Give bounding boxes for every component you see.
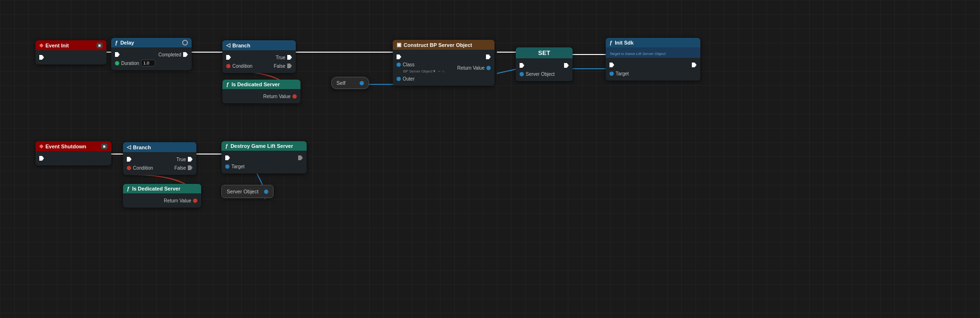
event-shutdown-node[interactable]: ◆ Event Shutdown ■ — [35, 141, 111, 165]
construct-bp-icon: ▣ — [397, 42, 401, 48]
event-init-exec-out — [39, 55, 44, 60]
set-title: SET — [538, 49, 550, 56]
event-shutdown-exec-out — [39, 156, 44, 161]
delay-header: ƒ Delay — [111, 38, 192, 47]
init-sdk-title: Init Sdk — [615, 40, 634, 45]
event-shutdown-body — [35, 151, 111, 165]
event-shutdown-title: Event Shutdown — [45, 144, 86, 149]
destroy-title: Destroy Game Lift Server — [230, 143, 293, 149]
delay-completed-label: Completed — [159, 52, 181, 57]
init-sdk-node[interactable]: ƒ Init Sdk Target is Game Lift Server Ob… — [606, 38, 700, 81]
construct-bp-exec-out — [486, 55, 491, 59]
destroy-body: Target — [221, 151, 307, 173]
branch-bottom-body: True Condition False — [123, 152, 196, 175]
event-init-title: Event Init — [45, 43, 69, 48]
is-dedicated-bottom-body: Return Value — [123, 193, 201, 208]
is-dedicated-bottom-return-pin — [193, 199, 197, 203]
branch-top-condition-label: Condition — [232, 64, 252, 69]
event-shutdown-badge: ■ — [101, 144, 107, 149]
is-dedicated-bottom-header: ƒ Is Dedicated Server — [123, 184, 201, 193]
destroy-target-label: Target — [231, 164, 245, 169]
construct-bp-body: Class BP Server Object▼ ↔ ○ Return Value… — [393, 50, 494, 86]
delay-title: Delay — [120, 40, 134, 45]
delay-duration-pin — [115, 61, 119, 65]
branch-bottom-header: ◁ Branch — [123, 142, 196, 152]
set-server-object-label: Server Object — [526, 72, 555, 77]
construct-bp-outer-label: Outer — [403, 76, 415, 82]
self-node[interactable]: Self — [331, 77, 369, 89]
branch-bottom-condition-label: Condition — [133, 165, 153, 171]
branch-top-title: Branch — [232, 43, 250, 48]
construct-bp-return-pin — [486, 66, 491, 70]
delay-body: Completed Duration — [111, 47, 192, 70]
branch-top-true-label: True — [276, 55, 285, 60]
set-node[interactable]: SET Server Object — [516, 47, 573, 81]
is-dedicated-top-body: Return Value — [222, 89, 300, 103]
set-exec-out — [564, 63, 569, 68]
branch-top-node[interactable]: ◁ Branch True Condition False — [222, 40, 296, 73]
destroy-game-server-node[interactable]: ƒ Destroy Game Lift Server Target — [221, 141, 307, 173]
init-sdk-target-pin — [609, 72, 614, 76]
init-sdk-exec-in — [609, 63, 614, 67]
init-sdk-subtitle: Target is Game Lift Server Object — [609, 52, 665, 56]
event-init-icon: ◆ — [39, 42, 43, 48]
event-shutdown-icon: ◆ — [39, 143, 43, 149]
branch-top-exec-in — [226, 55, 231, 60]
event-shutdown-header: ◆ Event Shutdown ■ — [35, 141, 111, 151]
init-sdk-exec-out — [692, 63, 697, 67]
is-dedicated-top-header: ƒ Is Dedicated Server — [222, 80, 300, 89]
branch-bottom-exec-false — [188, 165, 193, 170]
is-dedicated-server-top-node[interactable]: ƒ Is Dedicated Server Return Value — [222, 80, 300, 103]
branch-bottom-node[interactable]: ◁ Branch True Condition False — [123, 142, 196, 175]
init-sdk-header: ƒ Init Sdk — [606, 38, 700, 47]
delay-exec-out — [183, 52, 188, 57]
destroy-target-pin — [225, 164, 230, 169]
self-pin — [360, 81, 364, 85]
branch-top-false-label: False — [274, 64, 285, 69]
construct-bp-exec-in — [397, 55, 401, 59]
is-dedicated-bottom-return-label: Return Value — [164, 198, 191, 203]
server-object-node[interactable]: Server Object — [221, 185, 274, 198]
is-dedicated-top-return-label: Return Value — [263, 94, 291, 99]
is-dedicated-server-bottom-node[interactable]: ƒ Is Dedicated Server Return Value — [123, 184, 201, 208]
is-dedicated-bottom-icon: ƒ — [127, 186, 130, 191]
event-init-exec-row — [39, 53, 103, 62]
init-sdk-body: Target — [606, 58, 700, 81]
set-header: SET — [516, 47, 573, 58]
is-dedicated-top-return-pin — [292, 94, 297, 99]
destroy-icon: ƒ — [225, 143, 228, 149]
set-exec-in — [520, 63, 524, 68]
branch-top-exec-true — [287, 55, 292, 60]
branch-bottom-true-label: True — [177, 157, 186, 162]
is-dedicated-bottom-title: Is Dedicated Server — [132, 186, 180, 191]
delay-duration-label: Duration — [121, 61, 139, 66]
destroy-header: ƒ Destroy Game Lift Server — [221, 141, 307, 151]
branch-top-body: True Condition False — [222, 50, 296, 73]
init-sdk-target-label: Target — [616, 71, 629, 76]
server-object-pin — [264, 190, 268, 194]
event-init-body — [35, 50, 106, 64]
branch-top-condition-pin — [226, 64, 230, 68]
construct-bp-class-value: BP Server Object▼ ↔ ○ — [397, 69, 444, 73]
branch-top-exec-false — [287, 64, 292, 68]
delay-node[interactable]: ƒ Delay Completed Duration — [111, 38, 192, 70]
branch-bottom-icon: ◁ — [127, 144, 131, 150]
set-server-object-pin — [520, 72, 524, 76]
branch-bottom-condition-pin — [127, 166, 131, 170]
construct-bp-return-label: Return Value — [457, 65, 485, 71]
branch-bottom-title: Branch — [133, 145, 151, 150]
construct-bp-class-label: Class — [403, 62, 415, 67]
branch-top-icon: ◁ — [226, 42, 230, 48]
construct-bp-node[interactable]: ▣ Construct BP Server Object Class BP Se… — [393, 40, 494, 86]
delay-duration-input[interactable] — [141, 60, 155, 66]
is-dedicated-top-icon: ƒ — [226, 82, 229, 87]
branch-top-header: ◁ Branch — [222, 40, 296, 50]
delay-exec-in — [115, 52, 120, 57]
branch-bottom-exec-in — [127, 157, 132, 162]
construct-bp-outer-pin — [397, 77, 401, 81]
server-object-title: Server Object — [227, 189, 258, 194]
event-init-node[interactable]: ◆ Event Init ■ — [35, 40, 106, 64]
destroy-exec-out — [298, 155, 303, 160]
construct-bp-header: ▣ Construct BP Server Object — [393, 40, 494, 50]
event-init-badge: ■ — [97, 43, 103, 48]
